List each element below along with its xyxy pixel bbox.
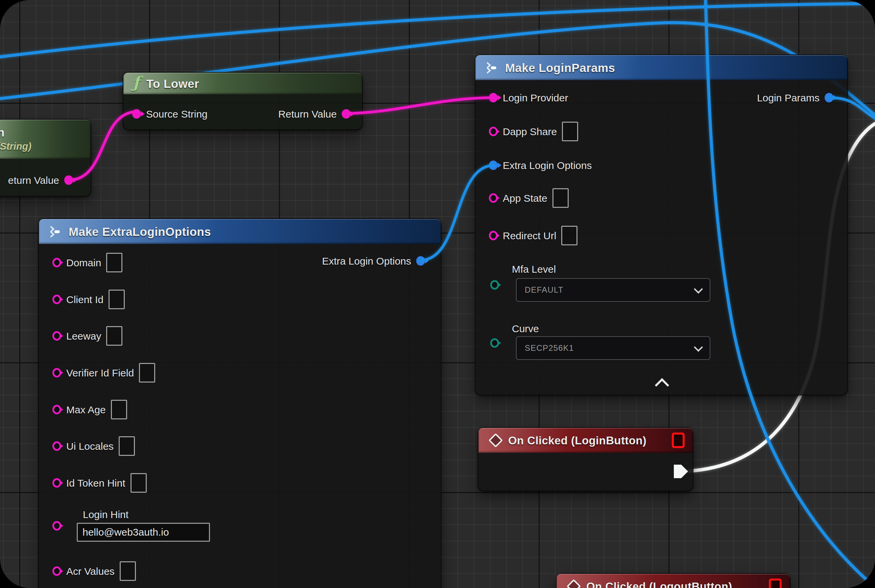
wire-struct-loginparams-out[interactable] (829, 98, 875, 124)
wire-struct-steep[interactable] (705, 0, 875, 588)
blueprint-editor-screenshot: tion ox (String) eturn Value ƒ To Lower … (0, 0, 875, 588)
wire-string-returnvalue-to-sourcestring[interactable] (69, 111, 138, 180)
wire-string-tolower-to-loginprovider[interactable] (343, 98, 493, 114)
wires-front-layer (0, 0, 875, 588)
wire-struct-extraloginoptions[interactable] (421, 165, 494, 260)
blueprint-graph-canvas[interactable]: tion ox (String) eturn Value ƒ To Lower … (0, 0, 875, 588)
